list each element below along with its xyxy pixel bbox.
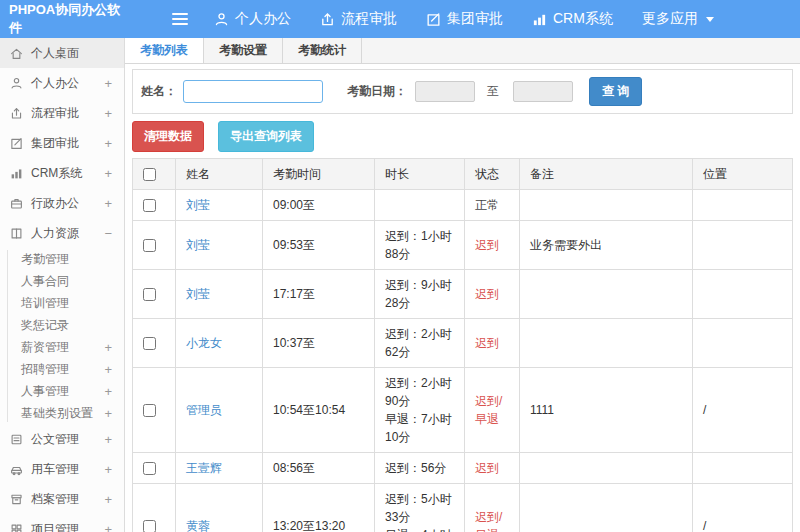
table-header: 姓名考勤时间时长状态备注位置 <box>133 159 793 190</box>
employee-name-link[interactable]: 管理员 <box>186 403 222 417</box>
cell-note <box>520 270 693 319</box>
date-to-input[interactable] <box>513 81 573 102</box>
cell-status: 迟到 <box>465 270 520 319</box>
nav-item-label: 更多应用 <box>642 10 698 28</box>
expand-icon: + <box>104 384 112 399</box>
expand-icon: + <box>104 362 112 377</box>
employee-name-link[interactable]: 黄蓉 <box>186 519 210 532</box>
sidebar-item-label: 项目管理 <box>31 521 79 532</box>
project-icon <box>10 523 23 532</box>
select-all-checkbox[interactable] <box>143 168 156 181</box>
employee-name-link[interactable]: 刘莹 <box>186 198 210 212</box>
top-header: PHPOA协同办公软件 个人办公流程审批集团审批CRM系统更多应用 <box>0 0 800 38</box>
cell-location <box>693 270 793 319</box>
sidebar-subitem-label: 人事管理 <box>21 383 69 400</box>
cell-location: / <box>693 484 793 532</box>
cell-location <box>693 453 793 484</box>
sidebar-subitem-personnel-management[interactable]: 人事管理+ <box>0 380 124 402</box>
sidebar-item-vehicle-management[interactable]: 用车管理+ <box>0 454 124 484</box>
cell-name: 刘莹 <box>176 221 263 270</box>
export-list-button[interactable]: 导出查询列表 <box>218 121 314 152</box>
tab-attendance-statistics[interactable]: 考勤统计 <box>283 38 362 63</box>
query-button[interactable]: 查 询 <box>589 77 642 106</box>
name-input[interactable] <box>183 80 323 103</box>
sidebar-subitem-basic-category-settings[interactable]: 基础类别设置+ <box>0 402 124 424</box>
cell-time: 10:54至10:54 <box>263 368 375 453</box>
cell-note: 业务需要外出 <box>520 221 693 270</box>
archive-icon <box>10 493 23 506</box>
sidebar-item-crm-system[interactable]: CRM系统+ <box>0 158 124 188</box>
expand-icon: + <box>104 432 112 447</box>
row-checkbox[interactable] <box>143 337 156 350</box>
sidebar-item-label: 个人桌面 <box>31 45 79 62</box>
date-range-to-label: 至 <box>487 83 499 100</box>
sidebar-item-human-resources[interactable]: 人力资源− <box>0 218 124 248</box>
action-buttons: 清理数据 导出查询列表 <box>132 121 793 152</box>
document-icon <box>10 433 23 446</box>
sidebar-item-document-management[interactable]: 公文管理+ <box>0 424 124 454</box>
sidebar-item-workflow-approval[interactable]: 流程审批+ <box>0 98 124 128</box>
row-checkbox[interactable] <box>143 462 156 475</box>
tab-attendance-list[interactable]: 考勤列表 <box>125 38 204 63</box>
cell-duration <box>375 190 465 221</box>
sidebar-item-personal-office[interactable]: 个人办公+ <box>0 68 124 98</box>
sidebar-subitem-personnel-contract[interactable]: 人事合同 <box>0 270 124 292</box>
cell-status: 迟到/早退 <box>465 368 520 453</box>
cell-status: 迟到 <box>465 453 520 484</box>
cell-name: 管理员 <box>176 368 263 453</box>
home-icon <box>10 47 23 60</box>
sidebar-item-personal-desktop[interactable]: 个人桌面 <box>0 38 124 68</box>
cell-note <box>520 484 693 532</box>
row-checkbox[interactable] <box>143 404 156 417</box>
sidebar-subitem-recruitment-management[interactable]: 招聘管理+ <box>0 358 124 380</box>
cell-status: 迟到/早退 <box>465 484 520 532</box>
nav-item-label: CRM系统 <box>553 10 613 28</box>
row-checkbox[interactable] <box>143 520 156 532</box>
sidebar-item-archive-management[interactable]: 档案管理+ <box>0 484 124 514</box>
row-checkbox[interactable] <box>143 199 156 212</box>
sidebar-item-project-management[interactable]: 项目管理+ <box>0 514 124 532</box>
sidebar-subitem-salary-management[interactable]: 薪资管理+ <box>0 336 124 358</box>
book-icon <box>10 227 23 240</box>
expand-icon: + <box>104 76 112 91</box>
user-icon <box>214 12 229 27</box>
cell-status: 迟到 <box>465 221 520 270</box>
nav-item-workflow-approval[interactable]: 流程审批 <box>320 10 397 28</box>
tab-bar: 考勤列表考勤设置考勤统计 <box>125 38 800 64</box>
main-content: 考勤列表考勤设置考勤统计 姓名： 考勤日期： 至 查 询 清理数据 导出查询列表… <box>125 38 800 532</box>
sidebar-subitem-attendance-management[interactable]: 考勤管理 <box>0 248 124 270</box>
cell-location <box>693 319 793 368</box>
sidebar-item-label: 用车管理 <box>31 461 79 478</box>
sidebar-subitem-label: 人事合同 <box>21 273 69 290</box>
nav-item-personal-office[interactable]: 个人办公 <box>214 10 291 28</box>
collapse-icon: − <box>104 226 112 241</box>
nav-item-group-approval[interactable]: 集团审批 <box>426 10 503 28</box>
nav-item-more-apps[interactable]: 更多应用 <box>642 10 714 28</box>
sidebar-item-label: 人力资源 <box>31 225 79 242</box>
employee-name-link[interactable]: 王壹辉 <box>186 461 222 475</box>
employee-name-link[interactable]: 刘莹 <box>186 287 210 301</box>
cell-time: 13:20至13:20 <box>263 484 375 532</box>
nav-item-crm-system[interactable]: CRM系统 <box>532 10 613 28</box>
column-header-location: 位置 <box>693 159 793 190</box>
employee-name-link[interactable]: 刘莹 <box>186 238 210 252</box>
table-row: 王壹辉08:56至迟到：56分迟到 <box>133 453 793 484</box>
menu-toggle-icon[interactable] <box>172 10 188 28</box>
cell-time: 17:17至 <box>263 270 375 319</box>
date-from-input[interactable] <box>415 81 475 102</box>
tab-attendance-settings[interactable]: 考勤设置 <box>204 38 283 63</box>
sidebar-subitem-training-management[interactable]: 培训管理 <box>0 292 124 314</box>
search-panel: 姓名： 考勤日期： 至 查 询 <box>132 69 793 114</box>
sidebar-item-label: CRM系统 <box>31 165 82 182</box>
cell-location: / <box>693 368 793 453</box>
clear-data-button[interactable]: 清理数据 <box>132 121 204 152</box>
sidebar-subitem-reward-punishment[interactable]: 奖惩记录 <box>0 314 124 336</box>
cell-checkbox <box>133 319 176 368</box>
employee-name-link[interactable]: 小龙女 <box>186 336 222 350</box>
row-checkbox[interactable] <box>143 288 156 301</box>
sidebar-item-group-approval[interactable]: 集团审批+ <box>0 128 124 158</box>
cell-location <box>693 190 793 221</box>
row-checkbox[interactable] <box>143 239 156 252</box>
sidebar-item-admin-office[interactable]: 行政办公+ <box>0 188 124 218</box>
table-row: 黄蓉13:20至13:20迟到：5小时33分 早退：4小时67分迟到/早退/ <box>133 484 793 532</box>
